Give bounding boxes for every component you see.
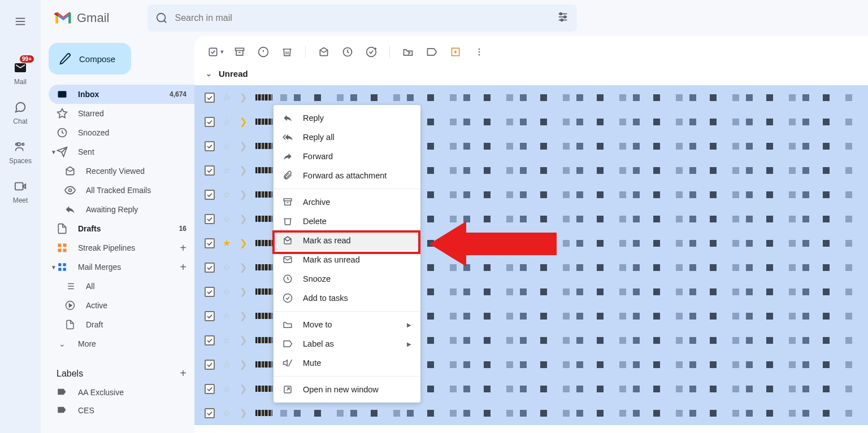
- mark-read-button[interactable]: [314, 42, 334, 62]
- report-spam-button[interactable]: [253, 42, 274, 62]
- mail-badge: 99+: [20, 55, 34, 63]
- ctx-label-as[interactable]: Label as▶: [274, 334, 420, 353]
- search-bar[interactable]: [147, 5, 577, 32]
- nav-merge-active[interactable]: Active: [49, 296, 194, 315]
- rail-chat[interactable]: Chat: [3, 94, 37, 133]
- search-input[interactable]: [175, 13, 557, 23]
- add-label-button[interactable]: +: [180, 367, 186, 380]
- add-icon[interactable]: +: [180, 261, 186, 274]
- compose-button[interactable]: Compose: [49, 43, 131, 75]
- reply-all-icon: [283, 132, 294, 142]
- ctx-forward[interactable]: Forward: [274, 147, 420, 166]
- svg-point-21: [69, 189, 72, 192]
- context-menu: Reply Reply all Forward Forward as attac…: [274, 105, 420, 403]
- ctx-archive[interactable]: Archive: [274, 193, 420, 212]
- importance-icon[interactable]: ❯: [240, 310, 250, 321]
- nav-sent[interactable]: ▼ Sent: [49, 142, 194, 161]
- nav-merge-draft[interactable]: Draft: [49, 315, 194, 334]
- pencil-icon: [59, 53, 71, 65]
- label-ces[interactable]: CES: [49, 401, 194, 419]
- select-all-checkbox[interactable]: ▼: [206, 42, 226, 62]
- streak-box-button[interactable]: [445, 42, 466, 62]
- archive-button[interactable]: [229, 42, 250, 62]
- ctx-snooze[interactable]: Snooze: [274, 269, 420, 288]
- logo-text: Gmail: [77, 11, 109, 25]
- move-to-button[interactable]: [398, 42, 418, 62]
- ctx-reply-all[interactable]: Reply all: [274, 128, 420, 147]
- rail-mail[interactable]: 99+ Mail: [3, 54, 37, 94]
- nav-starred[interactable]: Starred: [49, 104, 194, 123]
- svg-point-53: [479, 54, 480, 56]
- nav-streak[interactable]: Streak Pipelines +: [49, 238, 194, 257]
- delete-button[interactable]: [277, 42, 297, 62]
- file-icon: [57, 223, 68, 234]
- importance-icon[interactable]: ❯: [240, 383, 250, 394]
- mail-row[interactable]: ☆❯: [194, 401, 868, 425]
- svg-rect-22: [58, 244, 62, 247]
- importance-icon[interactable]: ❯: [240, 408, 250, 418]
- importance-icon[interactable]: ❯: [240, 335, 250, 345]
- star-icon[interactable]: ☆: [223, 286, 234, 297]
- nav-snoozed[interactable]: Snoozed: [49, 123, 194, 142]
- ctx-mark-as-read[interactable]: Mark as read: [274, 231, 420, 250]
- gmail-logo[interactable]: Gmail: [54, 11, 109, 25]
- star-icon[interactable]: ☆: [223, 92, 234, 103]
- nav-recently-viewed[interactable]: Recently Viewed: [49, 161, 194, 181]
- star-icon[interactable]: ☆: [223, 116, 234, 127]
- importance-icon[interactable]: ❯: [240, 141, 250, 151]
- nav-merge-all[interactable]: All: [49, 277, 194, 296]
- ctx-reply[interactable]: Reply: [274, 108, 420, 128]
- add-icon[interactable]: +: [180, 242, 186, 255]
- star-icon[interactable]: ☆: [223, 213, 234, 224]
- star-icon[interactable]: ☆: [223, 310, 234, 321]
- svg-point-15: [561, 19, 563, 21]
- file-icon: [64, 320, 76, 330]
- labels-button[interactable]: [422, 42, 442, 62]
- ctx-forward-attachment[interactable]: Forward as attachment: [274, 166, 420, 185]
- sidebar: Compose Inbox 4,674 Starred Snoozed ▼ Se…: [41, 36, 194, 433]
- ctx-mute[interactable]: Mute: [274, 353, 420, 373]
- reply-icon: [64, 204, 76, 215]
- importance-icon[interactable]: ❯: [240, 359, 250, 370]
- star-icon[interactable]: ☆: [223, 262, 234, 273]
- search-options-button[interactable]: [557, 11, 569, 25]
- nav-inbox[interactable]: Inbox 4,674: [49, 85, 194, 104]
- star-icon[interactable]: ☆: [223, 189, 234, 200]
- importance-icon[interactable]: ❯: [240, 213, 250, 224]
- svg-point-4: [22, 143, 24, 146]
- nav-drafts[interactable]: Drafts 16: [49, 219, 194, 238]
- importance-icon[interactable]: ❯: [240, 92, 250, 103]
- star-icon[interactable]: ☆: [223, 359, 234, 370]
- star-icon[interactable]: ☆: [223, 335, 234, 345]
- star-icon[interactable]: ☆: [223, 408, 234, 418]
- main-menu-button[interactable]: [9, 10, 32, 33]
- label-icon: [57, 387, 68, 399]
- star-icon[interactable]: ★: [223, 238, 234, 248]
- nav-more[interactable]: ⌄ More: [49, 334, 194, 353]
- nav-mail-merges[interactable]: ▼ Mail Merges +: [49, 257, 194, 277]
- label-aa-exclusive[interactable]: AA Exclusive: [49, 383, 194, 401]
- importance-icon[interactable]: ❯: [240, 262, 250, 273]
- section-unread[interactable]: ⌄ Unread: [194, 68, 868, 85]
- importance-icon[interactable]: ❯: [240, 189, 250, 200]
- ctx-delete[interactable]: Delete: [274, 212, 420, 231]
- importance-icon[interactable]: ❯: [240, 286, 250, 297]
- more-button[interactable]: [469, 42, 489, 62]
- star-icon[interactable]: ☆: [223, 165, 234, 176]
- rail-spaces[interactable]: Spaces: [3, 133, 37, 173]
- ctx-move-to[interactable]: Move to▶: [274, 315, 420, 334]
- svg-rect-24: [58, 249, 62, 252]
- add-to-tasks-button[interactable]: [361, 42, 381, 62]
- star-icon[interactable]: ☆: [223, 383, 234, 394]
- ctx-add-to-tasks[interactable]: Add to tasks: [274, 288, 420, 308]
- importance-icon[interactable]: ❯: [240, 165, 250, 176]
- importance-icon[interactable]: ❯: [240, 238, 250, 248]
- star-icon[interactable]: ☆: [223, 141, 234, 151]
- snooze-button[interactable]: [337, 42, 358, 62]
- rail-meet[interactable]: Meet: [3, 173, 37, 212]
- ctx-mark-as-unread[interactable]: Mark as unread: [274, 250, 420, 269]
- nav-all-tracked[interactable]: All Tracked Emails: [49, 181, 194, 200]
- ctx-open-new-window[interactable]: Open in new window: [274, 380, 420, 399]
- nav-awaiting-reply[interactable]: Awaiting Reply: [49, 200, 194, 219]
- importance-icon[interactable]: ❯: [240, 116, 250, 127]
